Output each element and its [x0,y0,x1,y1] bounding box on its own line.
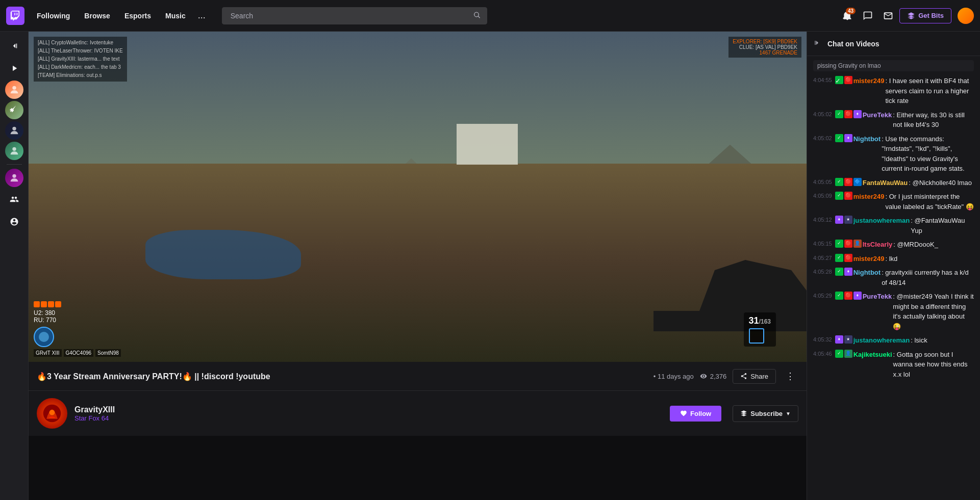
sidebar-item-channel-3[interactable] [5,121,23,140]
chat-panel: Chat on Videos pissing Gravity on lmao 4… [807,32,980,500]
chat-badge-4a: ✓ [835,178,843,186]
chat-badge-6a: ♦ [835,216,843,224]
sidebar-settings-button[interactable] [4,212,24,232]
sidebar-item-channel-2[interactable] [5,101,23,119]
follow-button[interactable]: Follow [670,406,721,422]
chat-badge-9b: ♦ [844,268,852,276]
chat-badge-7c: 👤 [853,240,862,248]
search-icon[interactable] [473,11,481,20]
chat-message-4: 4:05:05 ✓ 🔴 🔷 FantaWauWau : @Nickholler4… [813,176,974,190]
messages-button[interactable] [859,7,877,25]
chat-message-12: 4:05:46 ✓ 👤 Kajiketsueki : Gotta go soon… [813,348,974,381]
chat-username-12[interactable]: Kajiketsueki [853,350,892,360]
chat-badge-2b: 🔴 [844,110,852,118]
chat-username-6[interactable]: justanowhereman [853,216,910,226]
more-options-button[interactable]: ⋮ [782,368,798,384]
share-label: Share [750,373,768,380]
nav-music[interactable]: Music [159,8,192,24]
chat-msg-time-3: 4:05:02 [813,134,832,143]
search-input[interactable] [222,7,487,24]
user-avatar[interactable] [958,8,974,24]
top-navigation: Following Browse Esports Music ... 43 [0,0,980,32]
nav-browse[interactable]: Browse [78,8,116,24]
chat-msg-time-9: 4:05:28 [813,268,832,276]
subscribe-button[interactable]: Subscribe ▼ [733,405,798,422]
notification-badge: 43 [846,8,856,14]
sidebar-collapse-button[interactable] [4,36,24,56]
view-count: 2,376 [700,373,727,380]
chat-badge-subscriber-1: ✓ [835,76,843,84]
chat-badge-7b: 🔴 [844,240,852,248]
chat-badge-8a: ✓ [835,254,843,262]
inbox-button[interactable] [879,7,897,25]
chat-username-3[interactable]: Nightbot [853,134,881,144]
video-hud-overlay: [ALL] CryptoWalletInc: Ivotentuke [ALL] … [29,32,807,362]
chat-username-2[interactable]: PureTekk [863,110,892,120]
chat-badge-10a: ✓ [835,292,843,300]
get-bits-button[interactable]: Get Bits [899,8,951,23]
chat-message-11: 4:05:32 ♦ ★ justanowhereman : lsick [813,334,974,347]
chat-username-5[interactable]: mister249 [853,192,885,202]
chat-badge-7a: ✓ [835,240,843,248]
chat-text-1: : I have seen it with BF4 that servers c… [885,76,974,106]
sidebar-friends-button[interactable] [4,189,24,209]
view-count-value: 2,376 [710,373,727,380]
channel-info-bar: GravityXIII Star Fox 64 Follow Subscribe… [29,391,807,436]
video-info-bar: 🔥3 Year Stream Anniversary PARTY!🔥 || !d… [29,362,807,391]
nav-more-button[interactable]: ... [194,7,210,24]
chat-msg-time-12: 4:05:46 [813,350,832,358]
content-area: [ALL] CryptoWalletInc: Ivotentuke [ALL] … [29,32,807,500]
chat-msg-time-10: 4:05:29 [813,292,832,300]
game-category-link[interactable]: Star Fox 64 [74,414,115,422]
chat-message-1: 4:04:55 ✓ 🔴 mister249 : I have seen it w… [813,74,974,108]
chat-text-5: : Or I just misinterpret the value label… [885,192,974,212]
sidebar-item-channel-5[interactable] [5,169,23,187]
svg-point-2 [12,127,16,130]
chat-collapse-button[interactable] [813,39,821,49]
chat-username-1[interactable]: mister249 [853,76,885,86]
chat-message-8: 4:05:27 ✓ 🔴 mister249 : lkd [813,252,974,266]
sidebar-item-channel-1[interactable] [5,81,23,99]
follow-label: Follow [690,410,711,417]
chat-username-10[interactable]: PureTekk [863,292,892,302]
twitch-logo[interactable] [6,7,24,25]
chat-username-8[interactable]: mister249 [853,254,885,264]
video-frame[interactable]: [ALL] CryptoWalletInc: Ivotentuke [ALL] … [29,32,807,362]
chat-msg-time-2: 4:05:02 [813,110,832,119]
get-bits-label: Get Bits [918,12,944,19]
svg-point-1 [12,86,16,90]
chat-title: Chat on Videos [827,40,880,48]
chat-text-6: : @FantaWauWau Yup [911,216,974,235]
chat-username-11[interactable]: justanowhereman [853,335,910,346]
nav-esports[interactable]: Esports [118,8,157,24]
chat-header: Chat on Videos [807,32,980,56]
subscribe-label: Subscribe [750,410,783,417]
svg-point-6 [49,410,55,415]
channel-avatar[interactable] [37,398,67,429]
chat-message-2: 4:05:02 ✓ 🔴 ♦ PureTekk : Either way, its… [813,109,974,131]
sidebar-video-button[interactable] [4,58,24,78]
nav-following[interactable]: Following [31,8,76,24]
chat-text-7: : @MRDoooK_ [893,240,974,250]
sidebar [0,32,29,500]
svg-rect-0 [16,44,17,48]
chat-text-3: : Use the commands: "!rndstats", "!kd", … [882,134,974,174]
nav-links: Following Browse Esports Music ... [31,7,210,24]
chat-text-9: : gravityxiii currently has a k/d of 48/… [882,268,974,287]
hud-score: EXPLORER: [SK9] PBD9EK CLUE: [AS VAL] PB… [728,37,801,58]
chat-badge-5b: 🔴 [844,192,852,200]
chat-username-9[interactable]: Nightbot [853,268,881,278]
chat-text-8: : lkd [885,254,974,264]
chat-message-6: 4:05:12 ♦ ★ justanowhereman : @FantaWauW… [813,214,974,237]
chat-username-4[interactable]: FantaWauWau [863,178,908,188]
chat-username-7[interactable]: ItsClearly [863,240,893,250]
chat-badge-10b: 🔴 [844,292,852,300]
share-button[interactable]: Share [733,369,776,384]
sidebar-item-channel-4[interactable] [5,142,23,160]
activity-feed-button[interactable]: 43 [838,7,857,25]
chat-message-5: 4:05:09 ✓ 🔴 mister249 : Or I just misint… [813,190,974,213]
chat-badge-2c: ♦ [853,110,862,118]
subscribe-chevron: ▼ [786,411,791,416]
chat-badge-4c: 🔷 [853,178,862,186]
chat-badge-3b: ♦ [844,134,852,142]
